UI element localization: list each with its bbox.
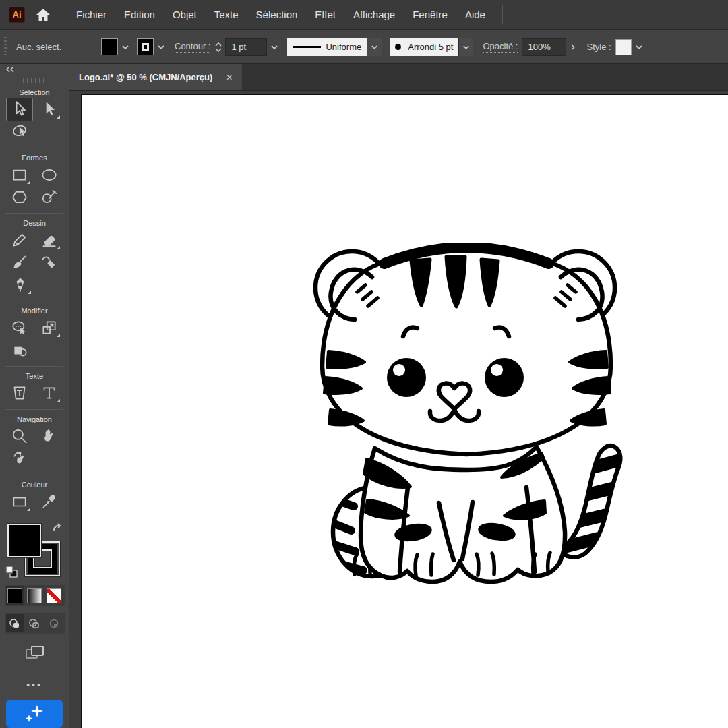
section-label: Formes <box>22 154 47 162</box>
stepper-down-icon[interactable] <box>214 47 222 53</box>
section-label: Modifier <box>21 307 47 315</box>
hand-tool[interactable] <box>36 425 62 448</box>
direct-selection-tool[interactable] <box>36 98 62 121</box>
stroke-width-label[interactable]: Contour : <box>175 41 210 53</box>
selection-status: Auc. sélect. <box>12 42 85 52</box>
ellipse-tool[interactable] <box>36 164 62 186</box>
stroke-profile-preview <box>293 46 321 48</box>
stroke-profile-dropdown[interactable]: Uniforme <box>287 38 382 56</box>
stroke-width-input[interactable]: 1 pt <box>225 38 267 56</box>
artboard-tool[interactable] <box>22 643 47 665</box>
pencil-tool[interactable] <box>7 229 32 251</box>
menu-selection[interactable]: Sélection <box>247 0 307 30</box>
touch-type-tool[interactable] <box>7 382 32 404</box>
draw-inside-button[interactable] <box>45 614 63 632</box>
scale-tool[interactable] <box>36 317 62 339</box>
menu-texte[interactable]: Texte <box>206 0 247 30</box>
shape-builder-tool[interactable] <box>7 339 33 361</box>
document-tab-bar: Logo.ai* @ 50 % (CMJN/Aperçu) ✕ <box>69 64 728 91</box>
stroke-color-swatch[interactable] <box>137 38 154 55</box>
draw-behind-button[interactable] <box>26 614 44 632</box>
color-gradient-button[interactable] <box>26 586 44 605</box>
draw-normal-button[interactable] <box>6 614 24 632</box>
section-texte: Texte <box>5 366 63 404</box>
fill-indicator[interactable] <box>7 524 41 557</box>
chevron-down-icon[interactable] <box>458 38 473 56</box>
chevron-right-icon <box>568 42 578 53</box>
tiger-head <box>322 248 611 454</box>
home-icon[interactable] <box>36 8 51 22</box>
object-selection-tool[interactable] <box>7 121 33 143</box>
graphic-style-swatch[interactable] <box>615 39 632 55</box>
polygon-tool[interactable] <box>7 186 32 208</box>
section-label: Dessin <box>23 219 46 227</box>
zoom-tool[interactable] <box>7 425 32 448</box>
collapse-panel-icon[interactable] <box>5 65 15 73</box>
section-formes: Formes <box>5 148 63 208</box>
chevron-down-icon[interactable] <box>367 38 382 56</box>
section-navigation: Navigation <box>5 409 63 470</box>
document-title: Logo.ai* @ 50 % (CMJN/Aperçu) <box>79 72 212 82</box>
menu-effet[interactable]: Effet <box>306 0 344 30</box>
close-tab-icon[interactable]: ✕ <box>226 73 233 82</box>
curvature-tool[interactable] <box>36 251 62 274</box>
sparkles-icon <box>23 704 46 724</box>
menu-objet[interactable]: Objet <box>164 0 206 30</box>
menu-items: Fichier Edition Objet Texte Sélection Ef… <box>67 0 494 30</box>
menu-fichier[interactable]: Fichier <box>67 0 115 30</box>
menu-fenetre[interactable]: Fenêtre <box>404 0 456 30</box>
illustrator-app: { "menubar": { "app_logo": "Ai", "items"… <box>0 0 728 728</box>
more-tools-button[interactable]: ••• <box>26 679 42 690</box>
section-couleur: Couleur <box>5 475 63 513</box>
pasteboard <box>69 91 728 728</box>
control-bar: Auc. sélect. Contour : 1 pt Uniforme Arr… <box>0 30 728 64</box>
color-solid-button[interactable] <box>6 586 24 605</box>
section-label: Navigation <box>17 415 52 423</box>
eyedropper-tool[interactable] <box>36 491 62 513</box>
menu-bar: Ai Fichier Edition Objet Texte Sélection… <box>0 0 728 30</box>
brush-preview-dot <box>395 44 401 50</box>
swap-fill-stroke-icon[interactable] <box>52 522 64 533</box>
section-label: Texte <box>26 372 43 380</box>
section-dessin: Dessin <box>5 213 63 296</box>
brush-dropdown[interactable]: Arrondi 5 pt <box>390 38 473 56</box>
tiger-illustration[interactable] <box>297 243 634 594</box>
illustrator-logo-icon[interactable]: Ai <box>9 7 25 23</box>
paintbrush-tool[interactable] <box>7 251 32 274</box>
generative-ai-button[interactable] <box>6 700 63 728</box>
rectangle-tool[interactable] <box>7 164 32 186</box>
chevron-down-icon[interactable] <box>634 42 644 53</box>
eraser-tool[interactable] <box>36 229 62 251</box>
default-fill-stroke-icon[interactable] <box>5 565 18 578</box>
section-selection: Sélection <box>5 83 63 143</box>
menu-affichage[interactable]: Affichage <box>344 0 404 30</box>
chevron-down-icon[interactable] <box>269 42 280 53</box>
rotate-view-tool[interactable] <box>7 448 33 470</box>
tools-panel: Sélection Formes <box>0 64 69 728</box>
menu-edition[interactable]: Edition <box>115 0 164 30</box>
shaper-tool[interactable] <box>36 186 62 208</box>
artboard-canvas[interactable] <box>81 94 728 728</box>
chevron-down-icon[interactable] <box>120 42 131 53</box>
pen-tool[interactable] <box>7 274 33 296</box>
section-label: Sélection <box>19 88 49 96</box>
type-tool[interactable] <box>36 382 62 404</box>
menubar-separator <box>502 5 503 24</box>
opacity-input[interactable]: 100% <box>522 38 566 56</box>
panel-grip-handle[interactable] <box>23 78 46 83</box>
document-tab[interactable]: Logo.ai* @ 50 % (CMJN/Aperçu) ✕ <box>69 64 242 90</box>
panel-grip-handle[interactable] <box>4 37 7 57</box>
color-none-button[interactable] <box>45 586 63 605</box>
fill-stroke-widget <box>1 518 68 578</box>
stroke-width-stepper[interactable] <box>214 42 222 53</box>
selection-tool[interactable] <box>7 98 32 121</box>
fill-color-swatch[interactable] <box>101 38 118 55</box>
stepper-up-icon[interactable] <box>214 42 222 47</box>
opacity-label[interactable]: Opacité : <box>483 41 518 53</box>
gradient-tool[interactable] <box>7 491 32 513</box>
opacity-options-button[interactable] <box>566 38 580 56</box>
tiger-tail <box>559 446 621 557</box>
chevron-down-icon[interactable] <box>156 42 166 53</box>
menu-aide[interactable]: Aide <box>456 0 494 30</box>
free-transform-tool[interactable] <box>7 317 32 339</box>
